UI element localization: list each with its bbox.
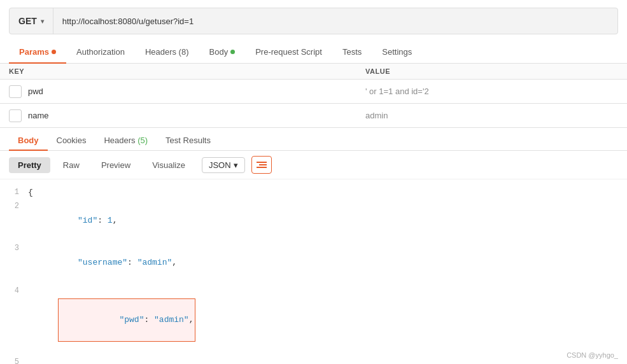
line-num-3: 3 [0, 242, 28, 255]
param-value-name: admin [365, 111, 618, 120]
resp-tab-cookies[interactable]: Cookies [48, 130, 95, 150]
format-row: Pretty Raw Preview Visualize JSON ▾ [0, 151, 627, 179]
resp-tab-headers[interactable]: Headers (5) [95, 130, 157, 150]
json-format-label: JSON [209, 160, 231, 170]
body-dot [230, 50, 235, 54]
fmt-preview-button[interactable]: Preview [92, 157, 139, 173]
wrap-icon[interactable] [251, 156, 272, 174]
tab-authorization[interactable]: Authorization [66, 41, 135, 63]
method-label: GET [18, 16, 37, 26]
highlighted-pwd-line: "pwd": "admin", [58, 298, 196, 342]
line-num-1: 1 [0, 186, 28, 199]
top-tabs: Params Authorization Headers (8) Body Pr… [0, 41, 627, 64]
line-content-3: "username": "admin", [28, 242, 627, 284]
line-num-4: 4 [0, 284, 28, 297]
line-content-1: { [28, 186, 627, 200]
wrap-lines-icon [257, 162, 267, 168]
tab-prerequest-label: Pre-request Script [255, 47, 322, 57]
param-checkbox-name[interactable] [9, 109, 22, 122]
tab-settings[interactable]: Settings [372, 41, 422, 63]
json-key-id: "id" [58, 216, 97, 225]
tab-params[interactable]: Params [9, 41, 66, 63]
line-content-4: "pwd": "admin", [28, 284, 627, 356]
tab-params-label: Params [19, 47, 49, 57]
tab-prerequest[interactable]: Pre-request Script [245, 41, 332, 63]
param-row-pwd: pwd ' or 1=1 and id='2 [0, 80, 627, 104]
code-line-4: 4 "pwd": "admin", [0, 284, 627, 356]
code-line-3: 3 "username": "admin", [0, 242, 627, 284]
resp-tab-body[interactable]: Body [9, 130, 48, 150]
json-format-select[interactable]: JSON ▾ [202, 157, 245, 173]
param-key-name: name [28, 111, 365, 120]
json-format-chevron: ▾ [234, 160, 238, 170]
param-checkbox-pwd[interactable] [9, 85, 22, 98]
tab-headers[interactable]: Headers (8) [135, 41, 199, 63]
params-dot [52, 50, 56, 54]
tab-tests-label: Tests [342, 47, 362, 57]
line-content-5: "photo": "", [28, 356, 627, 364]
method-chevron: ▾ [41, 18, 44, 25]
tab-tests[interactable]: Tests [332, 41, 372, 63]
fmt-raw-button[interactable]: Raw [54, 157, 88, 173]
resp-cookies-label: Cookies [57, 136, 87, 145]
param-value-pwd: ' or 1=1 and id='2 [365, 87, 618, 96]
url-input[interactable] [53, 17, 617, 26]
method-select[interactable]: GET ▾ [10, 8, 53, 34]
resp-tab-test-results[interactable]: Test Results [157, 130, 220, 150]
tab-body-label: Body [209, 47, 229, 57]
fmt-visualize-button[interactable]: Visualize [143, 157, 194, 173]
tab-body[interactable]: Body [199, 41, 246, 63]
url-bar: GET ▾ [9, 8, 618, 34]
code-line-5: 5 "photo": "", [0, 356, 627, 364]
tab-headers-label: Headers (8) [145, 47, 189, 57]
param-key-pwd: pwd [28, 87, 365, 96]
value-column-header: VALUE [365, 67, 618, 75]
line-content-2: "id": 1, [28, 200, 627, 242]
params-header: KEY VALUE [0, 64, 627, 80]
headers-count: (5) [137, 136, 148, 145]
tab-authorization-label: Authorization [76, 47, 125, 57]
tab-settings-label: Settings [382, 47, 412, 57]
fmt-pretty-button[interactable]: Pretty [9, 157, 50, 173]
resp-body-label: Body [18, 136, 39, 145]
resp-headers-label: Headers (5) [104, 136, 148, 145]
line-num-5: 5 [0, 356, 28, 364]
watermark: CSDN @yyhgo_ [567, 351, 618, 359]
response-tabs: Body Cookies Headers (5) Test Results [0, 130, 627, 151]
code-line-1: 1 { [0, 186, 627, 200]
line-num-2: 2 [0, 200, 28, 213]
param-row-name: name admin [0, 104, 627, 128]
code-area: 1 { 2 "id": 1, 3 "username": "admin", 4 … [0, 179, 627, 364]
resp-test-results-label: Test Results [166, 136, 211, 145]
code-line-2: 2 "id": 1, [0, 200, 627, 242]
key-column-header: KEY [9, 67, 365, 75]
